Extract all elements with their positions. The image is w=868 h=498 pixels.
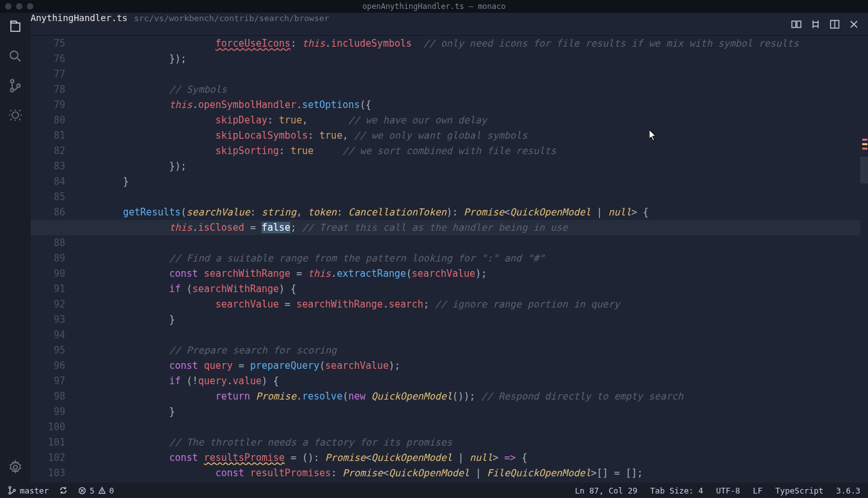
line-number: 86 xyxy=(31,205,65,220)
status-tabsize[interactable]: Tab Size: 4 xyxy=(651,486,704,495)
tab-open-file[interactable]: openAnythingHandler.ts src/vs/workbench/… xyxy=(0,13,338,35)
line-number: 78 xyxy=(31,82,65,97)
ruler-marker xyxy=(862,139,867,141)
explorer-icon[interactable] xyxy=(6,18,24,36)
svg-point-1 xyxy=(11,80,14,83)
line-number: 83 xyxy=(31,159,65,174)
error-icon xyxy=(78,486,86,495)
traffic-lights[interactable] xyxy=(5,3,33,10)
warnings-count: 5 xyxy=(90,486,95,495)
code-line[interactable]: } xyxy=(77,174,859,189)
line-number: 94 xyxy=(31,327,65,343)
code-line[interactable] xyxy=(77,235,859,251)
ruler-marker xyxy=(862,143,867,145)
code-line[interactable] xyxy=(77,189,859,205)
svg-point-3 xyxy=(17,84,20,88)
code-line[interactable]: // Symbols xyxy=(77,82,859,97)
tab-filepath: src/vs/workbench/contrib/search/browser xyxy=(134,13,329,23)
status-problems[interactable]: 5 0 xyxy=(78,486,114,495)
code-line[interactable]: const query = prepareQuery(searchValue); xyxy=(77,358,859,373)
close-dot[interactable] xyxy=(5,3,12,10)
code-line[interactable]: skipLocalSymbols: true, // we only want … xyxy=(77,128,859,143)
branch-name: master xyxy=(20,486,49,495)
code-line[interactable] xyxy=(77,327,859,343)
status-bar: master 5 0 Ln 87, Col 29 Tab Size: 4 UTF… xyxy=(0,483,868,498)
minimize-dot[interactable] xyxy=(16,3,22,10)
code-line[interactable]: forceUseIcons: this.includeSymbols // on… xyxy=(77,36,859,51)
line-number: 75 xyxy=(31,36,65,51)
code-line[interactable]: getResults(searchValue: string, token: C… xyxy=(77,205,859,220)
code-line[interactable]: const searchWithRange = this.extractRang… xyxy=(77,266,859,281)
line-number: 98 xyxy=(31,389,65,404)
status-eol[interactable]: LF xyxy=(753,486,762,495)
line-number: 82 xyxy=(31,143,65,159)
line-number: 96 xyxy=(31,358,65,373)
status-ts-version[interactable]: 3.6.3 xyxy=(836,486,860,495)
code-line[interactable]: const resultsPromise = (): Promise<Quick… xyxy=(77,450,859,465)
code-line[interactable]: return Promise.resolve(new QuickOpenMode… xyxy=(77,389,859,404)
line-number: 102 xyxy=(31,450,65,465)
code-line[interactable]: } xyxy=(77,312,859,327)
errors-count: 0 xyxy=(109,486,114,495)
line-number: 100 xyxy=(31,419,65,435)
titlebar: openAnythingHandler.ts — monaco xyxy=(0,0,868,13)
status-encoding[interactable]: UTF-8 xyxy=(716,486,740,495)
source-control-icon[interactable] xyxy=(6,77,24,95)
code-line[interactable]: const resultPromises: Promise<QuickOpenM… xyxy=(77,465,859,481)
svg-rect-6 xyxy=(792,21,796,27)
code-line[interactable]: searchValue = searchWithRange.search; //… xyxy=(77,297,859,312)
code-line[interactable]: this.openSymbolHandler.setOptions({ xyxy=(77,97,859,113)
code-line[interactable]: // Find a suitable range from the patter… xyxy=(77,251,859,266)
code-line[interactable]: if (!query.value) { xyxy=(77,373,859,389)
code-line[interactable] xyxy=(77,419,859,435)
line-number: 77 xyxy=(31,66,65,82)
svg-point-5 xyxy=(13,465,17,469)
status-branch[interactable]: master xyxy=(8,486,49,495)
settings-gear-icon[interactable] xyxy=(6,458,24,476)
editor[interactable]: 7576777879808182838485868788899091929394… xyxy=(31,36,868,483)
close-icon[interactable] xyxy=(849,19,859,29)
overview-ruler[interactable] xyxy=(860,36,868,483)
ruler-marker xyxy=(862,148,867,150)
line-number: 92 xyxy=(31,297,65,312)
ruler-thumb[interactable] xyxy=(860,157,868,183)
line-number: 89 xyxy=(31,251,65,266)
compare-icon[interactable] xyxy=(791,19,801,29)
zoom-dot[interactable] xyxy=(27,3,33,10)
status-language[interactable]: TypeScript xyxy=(775,486,823,495)
code-line[interactable] xyxy=(77,66,859,82)
line-number: 88 xyxy=(31,235,65,251)
line-number: 76 xyxy=(31,51,65,66)
line-number: 90 xyxy=(31,266,65,281)
svg-point-4 xyxy=(12,112,19,118)
search-icon[interactable] xyxy=(6,47,24,65)
debug-icon[interactable] xyxy=(6,106,24,124)
split-editor-icon[interactable] xyxy=(830,19,840,29)
warning-icon xyxy=(98,486,106,495)
line-number: 81 xyxy=(31,128,65,143)
code-line[interactable]: } xyxy=(77,404,859,419)
tab-strip: openAnythingHandler.ts src/vs/workbench/… xyxy=(0,13,868,36)
code-line[interactable]: }); xyxy=(77,159,859,174)
branch-icon xyxy=(8,486,17,495)
status-sync-icon[interactable] xyxy=(59,486,68,495)
svg-point-9 xyxy=(9,486,11,488)
svg-rect-7 xyxy=(797,21,801,27)
line-number: 79 xyxy=(31,97,65,113)
status-cursor[interactable]: Ln 87, Col 29 xyxy=(575,486,638,495)
code-line[interactable]: // The throttler needs a factory for its… xyxy=(77,435,859,450)
line-number: 97 xyxy=(31,373,65,389)
code-line[interactable]: skipSorting: true // we sort combined wi… xyxy=(77,143,859,159)
code-line[interactable]: // Prepare search for scoring xyxy=(77,343,859,358)
activity-bar xyxy=(0,13,31,483)
line-number: 85 xyxy=(31,189,65,205)
code-line[interactable]: }); xyxy=(77,51,859,66)
code-line[interactable]: if (searchWithRange) { xyxy=(77,281,859,297)
svg-point-2 xyxy=(11,89,14,92)
code-area[interactable]: forceUseIcons: this.includeSymbols // on… xyxy=(77,36,859,483)
code-line[interactable]: skipDelay: true, // we have our own dela… xyxy=(77,113,859,128)
open-changes-icon[interactable] xyxy=(810,19,821,29)
code-line[interactable]: this.isClosed = false; // Treat this cal… xyxy=(31,220,868,235)
line-number-gutter: 7576777879808182838485868788899091929394… xyxy=(31,36,77,483)
line-number: 101 xyxy=(31,435,65,450)
